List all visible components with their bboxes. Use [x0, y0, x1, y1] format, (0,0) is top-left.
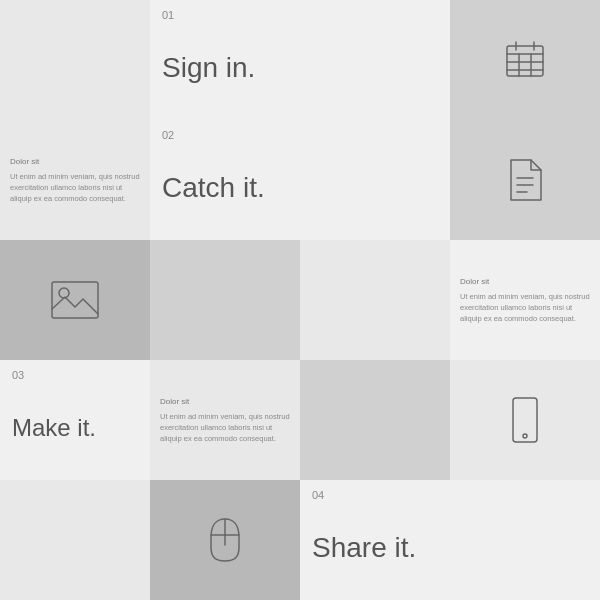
step1-title: Sign in. — [150, 36, 450, 84]
cell-calendar — [450, 0, 600, 120]
mouse-icon — [150, 480, 300, 600]
cell-r2c1: Dolor sit Ut enim ad minim veniam, quis … — [0, 120, 150, 240]
step3-title: Make it. — [0, 398, 150, 442]
cell-document — [450, 120, 600, 240]
cell-r3c4: Dolor sit Ut enim ad minim veniam, quis … — [450, 240, 600, 360]
cell-r3c3 — [300, 240, 450, 360]
cell-image — [0, 240, 150, 360]
step1-number: 01 — [162, 10, 174, 21]
cell-r5c1 — [0, 480, 150, 600]
lorem-text-1: Dolor sit Ut enim ad minim veniam, quis … — [0, 146, 150, 215]
cell-step3: 03 Make it. — [0, 360, 150, 480]
mobile-icon — [450, 360, 600, 480]
cell-step2: 02 Catch it. — [150, 120, 450, 240]
svg-rect-11 — [52, 282, 98, 318]
svg-point-12 — [59, 288, 69, 298]
lorem-text-3: Dolor sit Ut enim ad minim veniam, quis … — [150, 386, 300, 455]
lorem-text-2: Dolor sit Ut enim ad minim veniam, quis … — [450, 266, 600, 335]
step2-number: 02 — [162, 130, 174, 141]
step3-number: 03 — [12, 370, 24, 381]
cell-r4c2: Dolor sit Ut enim ad minim veniam, quis … — [150, 360, 300, 480]
document-icon — [450, 120, 600, 240]
cell-step4: 04 Share it. — [300, 480, 600, 600]
svg-rect-13 — [513, 398, 537, 442]
svg-rect-0 — [507, 46, 543, 76]
image-icon — [0, 240, 150, 360]
calendar-icon — [450, 0, 600, 120]
main-grid: 01 Sign in. Dolor sit Ut enim ad minim v… — [0, 0, 600, 600]
cell-mouse — [150, 480, 300, 600]
cell-step1: 01 Sign in. — [150, 0, 450, 120]
cell-mobile — [450, 360, 600, 480]
cell-r1c1 — [0, 0, 150, 120]
step2-title: Catch it. — [150, 156, 450, 204]
svg-point-14 — [523, 434, 527, 438]
cell-r4c3 — [300, 360, 450, 480]
step4-title: Share it. — [300, 516, 600, 564]
cell-r3c2 — [150, 240, 300, 360]
step4-number: 04 — [312, 490, 324, 501]
